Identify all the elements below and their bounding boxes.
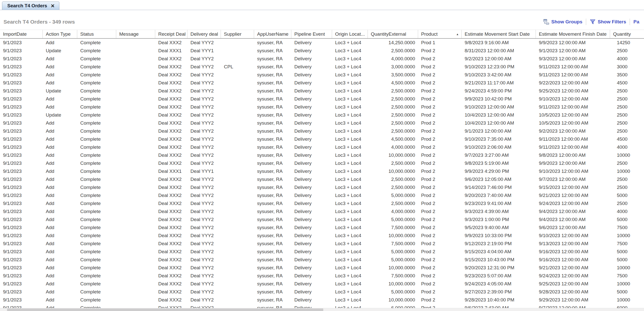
cell-status: Complete <box>77 55 116 63</box>
cell-quantity: 2500 <box>610 95 644 103</box>
cell-receipt-deal: Deal XXX2 <box>155 143 187 151</box>
column-header-delivery-deal[interactable]: Delivery deal <box>187 30 221 38</box>
column-header-estimate-movement-finish-date[interactable]: Estimate Movement Finish Date <box>536 30 610 38</box>
cell-estimate-movement-start-date: 9/10/2023 3:42:00 AM <box>462 71 536 79</box>
column-header-importdate[interactable]: ImportDate <box>0 30 43 38</box>
column-header-action-type[interactable]: Action Type <box>43 30 77 38</box>
column-header-label: Action Type <box>46 31 71 37</box>
table-row[interactable]: 9/1/2023AddCompleteDeal XXX2Deal YYY2sys… <box>0 216 644 224</box>
cell-appusername: sysuser, RA <box>254 71 291 79</box>
cell-supplier <box>221 240 254 248</box>
cell-quantityexternal: 5,000.0000 <box>368 248 418 256</box>
table-row[interactable]: 9/1/2023AddCompleteDeal XXX2Deal YYY2sys… <box>0 248 644 256</box>
table-row[interactable]: 9/1/2023AddCompleteDeal XXX2Deal YYY2sys… <box>0 55 644 63</box>
table-row[interactable]: 9/1/2023AddCompleteDeal XXX2Deal YYY2sys… <box>0 159 644 167</box>
table-row[interactable]: 9/1/2023AddCompleteDeal XXX2Deal YYY2sys… <box>0 71 644 79</box>
column-header-product[interactable]: Product▲ <box>418 30 462 38</box>
column-header-estimate-movement-start-date[interactable]: Estimate Movement Start Date <box>462 30 536 38</box>
column-header-supplier[interactable]: Supplier <box>221 30 254 38</box>
column-header-label: ImportDate <box>3 31 27 37</box>
cell-importdate: 9/1/2023 <box>0 39 43 47</box>
table-row[interactable]: 9/1/2023AddCompleteDeal XXX1Deal YYY1sys… <box>0 167 644 175</box>
cell-quantity: 10000 <box>610 151 644 159</box>
cell-importdate: 9/1/2023 <box>0 111 43 119</box>
cell-quantityexternal: 7,500.0000 <box>368 224 418 232</box>
cell-status: Complete <box>77 280 116 288</box>
cell-receipt-deal: Deal XXX2 <box>155 280 187 288</box>
table-row[interactable]: 9/1/2023UpdateCompleteDeal XXX2Deal YYY2… <box>0 87 644 95</box>
table-row[interactable]: 9/1/2023AddCompleteDeal XXX2Deal YYY2sys… <box>0 264 644 272</box>
table-row[interactable]: 9/1/2023AddCompleteDeal XXX2Deal YYY2sys… <box>0 232 644 240</box>
cell-status: Complete <box>77 159 116 167</box>
table-row[interactable]: 9/1/2023AddCompleteDeal XXX2Deal YYY2sys… <box>0 79 644 87</box>
cell-supplier <box>221 151 254 159</box>
cell-pipeline-event: Delivery <box>291 256 332 264</box>
tab-search-t4-orders[interactable]: Search T4 Orders ✕ <box>2 2 59 10</box>
cell-action-type: Add <box>43 103 77 111</box>
cell-message <box>116 119 155 127</box>
table-row[interactable]: 9/1/2023AddCompleteDeal XXX2Deal YYY2sys… <box>0 240 644 248</box>
cell-supplier <box>221 47 254 55</box>
table-row[interactable]: 9/1/2023AddCompleteDeal XXX2Deal YYY2sys… <box>0 175 644 183</box>
cell-message <box>116 103 155 111</box>
cell-estimate-movement-finish-date: 9/6/2023 12:00:00 AM <box>536 224 610 232</box>
cell-product: Prod 2 <box>418 183 462 191</box>
table-row[interactable]: 9/1/2023AddCompleteDeal XXX2Deal YYY2sys… <box>0 183 644 191</box>
table-row[interactable]: 9/1/2023AddCompleteDeal XXX2Deal YYY2sys… <box>0 199 644 208</box>
cell-estimate-movement-start-date: 9/28/2023 10:40:00 PM <box>462 296 536 304</box>
cell-message <box>116 240 155 248</box>
table-row[interactable]: 9/1/2023AddCompleteDeal XXX2Deal YYY2sys… <box>0 135 644 143</box>
cell-estimate-movement-finish-date: 9/16/2023 12:00:00 AM <box>536 256 610 264</box>
table-row[interactable]: 9/1/2023AddCompleteDeal XXX2Deal YYY2sys… <box>0 272 644 280</box>
cell-delivery-deal: Deal YYY1 <box>187 47 221 55</box>
table-row[interactable]: 9/1/2023AddCompleteDeal XXX2Deal YYY2sys… <box>0 151 644 159</box>
column-header-status[interactable]: Status <box>77 30 116 38</box>
table-row[interactable]: 9/1/2023AddCompleteDeal XXX2Deal YYY2sys… <box>0 256 644 264</box>
table-row[interactable]: 9/1/2023AddCompleteDeal XXX2Deal YYY2sys… <box>0 143 644 151</box>
table-row[interactable]: 9/1/2023AddCompleteDeal XXX2Deal YYY2sys… <box>0 208 644 216</box>
grid-header: ImportDateAction TypeStatusMessageReceip… <box>0 30 644 39</box>
partial-button[interactable]: Pa <box>633 19 644 25</box>
cell-estimate-movement-finish-date: 9/16/2023 12:00:00 AM <box>536 248 610 256</box>
table-row[interactable]: 9/1/2023AddCompleteDeal XXX2Deal YYY2sys… <box>0 296 644 304</box>
cell-appusername: sysuser, RA <box>254 256 291 264</box>
show-groups-button[interactable]: Show Groups <box>543 19 583 25</box>
show-filters-button[interactable]: Show Filters <box>590 19 626 25</box>
column-header-message[interactable]: Message <box>116 30 155 38</box>
cell-message <box>116 95 155 103</box>
column-header-quantity[interactable]: Quantity <box>610 30 644 38</box>
table-row[interactable]: 9/1/2023UpdateCompleteDeal XXX1Deal YYY1… <box>0 47 644 55</box>
column-header-quantityexternal[interactable]: QuantityExternal <box>368 30 418 38</box>
column-header-appusername[interactable]: AppUserName <box>254 30 291 38</box>
table-row[interactable]: 9/1/2023AddCompleteDeal XXX2Deal YYY2sys… <box>0 288 644 296</box>
cell-quantity: 5000 <box>610 248 644 256</box>
cell-supplier <box>221 191 254 199</box>
table-row[interactable]: 9/1/2023AddCompleteDeal XXX2Deal YYY2sys… <box>0 119 644 127</box>
table-row[interactable]: 9/1/2023AddCompleteDeal XXX2Deal YYY2sys… <box>0 103 644 111</box>
cell-quantityexternal: 10,000.0000 <box>368 296 418 304</box>
table-row[interactable]: 9/1/2023AddCompleteDeal XXX2Deal YYY2sys… <box>0 39 644 47</box>
cell-supplier <box>221 95 254 103</box>
table-row[interactable]: 9/1/2023AddCompleteDeal XXX2Deal YYY2sys… <box>0 127 644 135</box>
horizontal-scrollbar[interactable] <box>0 308 644 311</box>
cell-appusername: sysuser, RA <box>254 216 291 224</box>
column-header-receipt-deal[interactable]: Receipt Deal <box>155 30 187 38</box>
table-row[interactable]: 9/1/2023AddCompleteDeal XXX2Deal YYY2CPL… <box>0 63 644 71</box>
cell-appusername: sysuser, RA <box>254 87 291 95</box>
close-icon[interactable]: ✕ <box>51 4 55 8</box>
table-row[interactable]: 9/1/2023AddCompleteDeal XXX2Deal YYY2sys… <box>0 95 644 103</box>
cell-action-type: Add <box>43 272 77 280</box>
table-row[interactable]: 9/1/2023AddCompleteDeal XXX2Deal YYY2sys… <box>0 280 644 288</box>
cell-quantityexternal: 2,500.0000 <box>368 159 418 167</box>
cell-origin-locat: Loc3 + Loc4 <box>332 119 368 127</box>
table-row[interactable]: 9/1/2023AddCompleteDeal XXX2Deal YYY2sys… <box>0 191 644 199</box>
column-header-pipeline-event[interactable]: Pipeline Event <box>291 30 332 38</box>
cell-pipeline-event: Delivery <box>291 240 332 248</box>
cell-quantity: 2500 <box>610 87 644 95</box>
cell-message <box>116 63 155 71</box>
table-row[interactable]: 9/1/2023AddCompleteDeal XXX2Deal YYY2sys… <box>0 224 644 232</box>
scrollbar-thumb[interactable] <box>7 308 323 311</box>
table-row[interactable]: 9/1/2023UpdateCompleteDeal XXX2Deal YYY2… <box>0 111 644 119</box>
cell-quantityexternal: 4,000.0000 <box>368 208 418 216</box>
column-header-origin-locat[interactable]: Origin Locat... <box>332 30 368 38</box>
